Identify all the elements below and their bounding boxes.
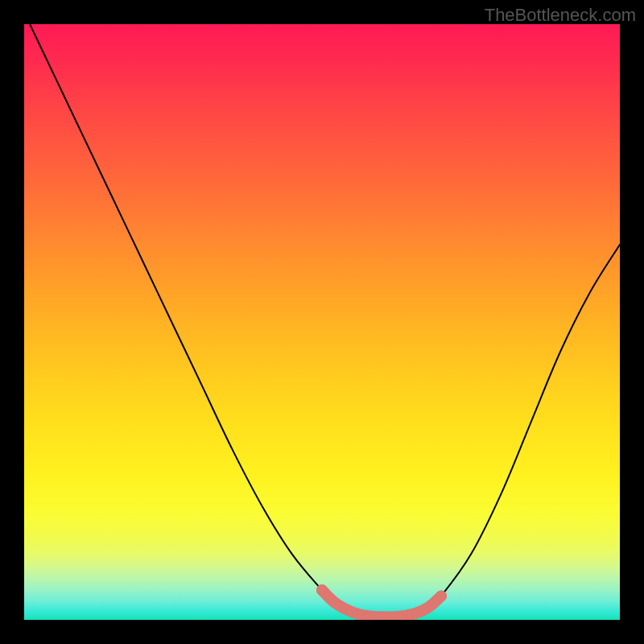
highlight-dot-right bbox=[436, 590, 447, 601]
bottleneck-highlight-line bbox=[322, 590, 441, 617]
bottleneck-curve-line bbox=[24, 24, 620, 617]
chart-plot-area bbox=[24, 24, 620, 620]
highlight-dot-left bbox=[316, 584, 328, 596]
watermark-text: TheBottleneck.com bbox=[485, 5, 636, 26]
chart-svg bbox=[24, 24, 620, 620]
